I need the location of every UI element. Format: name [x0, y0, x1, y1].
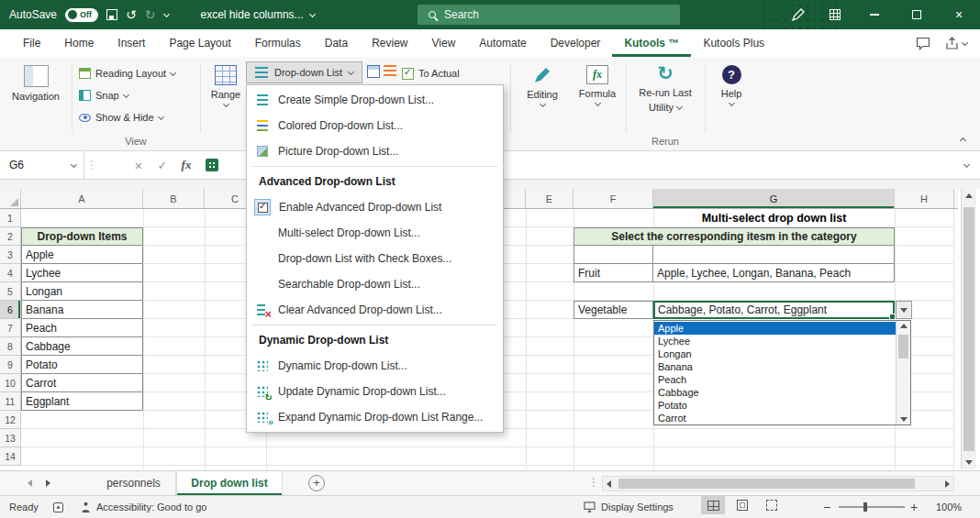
save-icon[interactable] [106, 9, 117, 20]
ribbon-small-icon-orange[interactable] [384, 65, 396, 78]
dropdown-option-potato[interactable]: Potato [654, 399, 896, 412]
page-layout-view-button[interactable] [730, 496, 754, 514]
tab-automate[interactable]: Automate [467, 29, 538, 57]
undo-icon[interactable]: ↺ [126, 8, 137, 21]
new-sheet-button[interactable] [308, 475, 325, 491]
row-header-10[interactable]: 10 [0, 374, 21, 392]
table-cell-empty[interactable] [574, 246, 653, 264]
cell-dropdown-arrow-button[interactable] [896, 301, 912, 319]
table-cell[interactable]: Lychee [21, 264, 143, 282]
menu-item-multi-select[interactable]: Multi-select Drop-down List... [247, 220, 503, 246]
fruit-label-cell[interactable]: Fruit [574, 264, 653, 282]
to-actual-button[interactable]: To Actual [402, 64, 460, 83]
menu-item-update-dynamic[interactable]: Update Dynamic Drop-down List... [247, 379, 503, 404]
table-cell[interactable]: Cabbage [21, 337, 143, 356]
formula-bar-grip[interactable] [84, 151, 99, 179]
range-button[interactable]: Range [206, 61, 246, 133]
scroll-right-icon[interactable] [945, 480, 950, 488]
row-header-12[interactable]: 12 [0, 411, 21, 429]
autosave-toggle[interactable]: Off [65, 8, 98, 22]
tab-home[interactable]: Home [52, 29, 106, 57]
selected-cell-g6[interactable]: Cabbage, Potato, Carrot, Eggplant [653, 301, 895, 319]
sheet-nav-left-icon[interactable] [28, 479, 32, 487]
horizontal-scrollbar[interactable] [602, 476, 954, 491]
dropdown-option-apple[interactable]: Apple [654, 322, 896, 335]
row-header-1[interactable]: 1 [0, 209, 21, 227]
zoom-level[interactable]: 100% [936, 496, 962, 518]
share-button[interactable] [945, 37, 967, 50]
confirm-entry-button[interactable] [150, 151, 174, 179]
scroll-up-icon[interactable] [965, 193, 973, 198]
reading-layout-button[interactable]: Reading Layout [79, 64, 175, 83]
table-cell[interactable]: Longan [21, 282, 143, 301]
normal-view-button[interactable] [701, 496, 725, 514]
minimize-button[interactable] [853, 0, 896, 29]
row-header-13[interactable]: 13 [0, 429, 21, 447]
select-all-corner[interactable] [0, 189, 21, 208]
editing-button[interactable]: Editing [518, 61, 567, 133]
ink-pen-button[interactable] [780, 0, 817, 29]
menu-item-expand-dynamic[interactable]: Expand Dynamic Drop-down List Range... [247, 404, 503, 430]
cancel-entry-button[interactable] [127, 151, 150, 179]
dropdown-option-carrot[interactable]: Carrot [654, 412, 896, 424]
sheet-nav-right-icon[interactable] [46, 479, 50, 487]
tab-file[interactable]: File [11, 29, 52, 57]
row-header-9[interactable]: 9 [0, 356, 21, 374]
scroll-down-icon[interactable] [900, 417, 908, 422]
tab-insert[interactable]: Insert [106, 29, 157, 57]
sheet-tab-personnels[interactable]: personnels [92, 471, 176, 495]
column-header-a[interactable]: A [21, 189, 143, 208]
dropdown-option-peach[interactable]: Peach [654, 373, 896, 386]
dropdown-option-lychee[interactable]: Lychee [654, 335, 896, 347]
collapse-ribbon-icon[interactable] [960, 138, 966, 144]
scroll-up-icon[interactable] [900, 324, 908, 328]
scrollbar-thumb[interactable] [898, 335, 908, 358]
vertical-scrollbar[interactable] [961, 189, 976, 469]
zoom-out-button[interactable] [823, 496, 830, 518]
row-header-5[interactable]: 5 [0, 282, 21, 301]
snap-button[interactable]: Snap [79, 86, 128, 105]
vegetable-label-cell[interactable]: Vegetable [574, 301, 653, 319]
table-cell[interactable]: Banana [21, 301, 143, 319]
column-header-h[interactable]: H [895, 189, 954, 208]
menu-item-picture[interactable]: Picture Drop-down List... [247, 138, 503, 164]
multiselect-title[interactable]: Multi-select drop down list [653, 209, 895, 227]
fruit-value-cell[interactable]: Apple, Lychee, Longan, Banana, Peach [653, 264, 895, 282]
row-header-7[interactable]: 7 [0, 319, 21, 337]
menu-item-create-simple[interactable]: Create Simple Drop-down List... [247, 87, 503, 113]
table-cell[interactable]: Carrot [21, 374, 143, 392]
zoom-slider-thumb[interactable] [863, 502, 867, 512]
macro-record-button[interactable] [53, 496, 63, 518]
row-header-14[interactable]: 14 [0, 447, 21, 466]
scroll-down-icon[interactable] [965, 460, 973, 465]
zoom-in-button[interactable] [910, 496, 918, 518]
menu-item-colored[interactable]: Colored Drop-down List... [247, 113, 503, 138]
scrollbar-thumb[interactable] [963, 207, 974, 451]
dropdown-scrollbar[interactable] [896, 321, 910, 424]
zoom-slider[interactable] [839, 506, 905, 508]
row-header-6[interactable]: 6 [0, 301, 21, 319]
menu-item-enable-advanced[interactable]: Enable Advanced Drop-down List [247, 194, 503, 220]
table-cell[interactable]: Peach [21, 319, 143, 337]
menu-item-dynamic[interactable]: Dynamic Drop-down List... [247, 353, 503, 379]
tab-page-layout[interactable]: Page Layout [157, 29, 242, 57]
ribbon-display-options-button[interactable] [817, 0, 853, 29]
accessibility-status[interactable]: Accessibility: Good to go [81, 496, 206, 518]
tab-review[interactable]: Review [360, 29, 419, 57]
column-header-g[interactable]: G [653, 189, 895, 208]
scroll-left-icon[interactable] [607, 480, 611, 488]
row-header-8[interactable]: 8 [0, 337, 21, 356]
expand-formula-bar-button[interactable] [952, 151, 980, 179]
row-header-3[interactable]: 3 [0, 246, 21, 264]
menu-item-searchable[interactable]: Searchable Drop-down List... [247, 271, 503, 297]
table-cell[interactable]: Eggplant [21, 392, 143, 411]
formula-button[interactable]: Formula [573, 61, 622, 133]
tab-kutools[interactable]: Kutools ™ [612, 29, 691, 57]
dropdown-list-button[interactable]: Drop-down List [246, 61, 362, 83]
column-header-b[interactable]: B [143, 189, 205, 208]
close-button[interactable]: × [938, 0, 980, 29]
dropdown-option-longan[interactable]: Longan [654, 347, 896, 360]
kutools-formula-icon[interactable] [206, 159, 218, 171]
column-header-e[interactable]: E [526, 189, 574, 208]
row-header-2[interactable]: 2 [0, 227, 21, 246]
